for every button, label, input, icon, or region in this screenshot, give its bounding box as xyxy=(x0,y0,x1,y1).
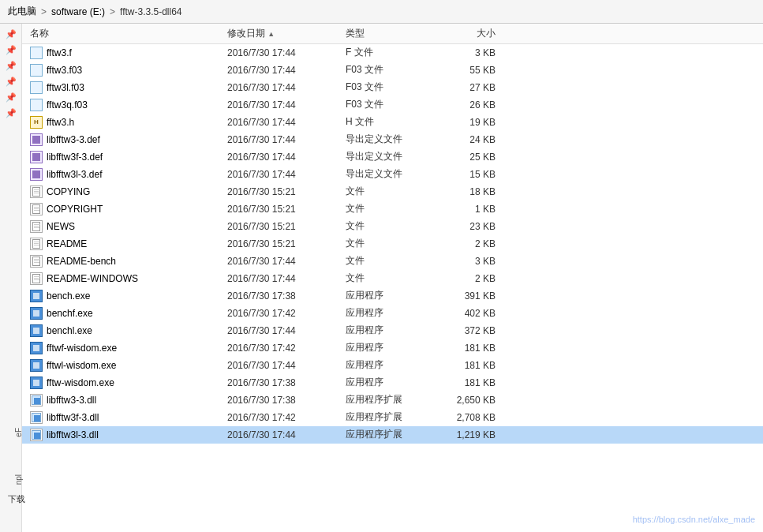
file-date-cell: 2016/7/30 17:44 xyxy=(227,82,346,93)
file-size-cell: 2 KB xyxy=(440,273,503,284)
table-row[interactable]: COPYRIGHT 2016/7/30 15:21 文件 1 KB xyxy=(22,200,763,218)
file-type-cell: 导出定义文件 xyxy=(346,133,440,146)
file-type-cell: 应用程序 xyxy=(346,358,440,372)
address-part-0[interactable]: 此电脑 xyxy=(8,5,36,18)
file-name-text: benchl.exe xyxy=(47,325,92,336)
file-size-cell: 2,650 KB xyxy=(440,395,503,406)
pin-icon-5[interactable]: 📌 xyxy=(4,90,18,104)
table-row[interactable]: libfftw3l-3.dll 2016/7/30 17:44 应用程序扩展 1… xyxy=(22,426,763,444)
pin-icon-2[interactable]: 📌 xyxy=(4,43,18,57)
file-name-text: libfftw3l-3.def xyxy=(47,169,102,180)
file-size-cell: 25 KB xyxy=(440,152,503,163)
file-size-cell: 19 KB xyxy=(440,117,503,128)
table-row[interactable]: fftw3.f 2016/7/30 17:44 F 文件 3 KB xyxy=(22,44,763,62)
address-part-1[interactable]: software (E:) xyxy=(51,6,105,17)
file-name-cell: benchf.exe xyxy=(22,307,227,320)
table-row[interactable]: fftwf-wisdom.exe 2016/7/30 17:42 应用程序 18… xyxy=(22,339,763,357)
file-date-cell: 2016/7/30 17:44 xyxy=(227,65,346,76)
col-header-size[interactable]: 大小 xyxy=(440,27,503,40)
file-size-cell: 391 KB xyxy=(440,290,503,302)
file-name-text: fftw3l.f03 xyxy=(47,82,84,93)
file-date-cell: 2016/7/30 17:44 xyxy=(227,360,346,371)
file-size-cell: 181 KB xyxy=(440,360,503,371)
file-name-cell: fftw3.f xyxy=(22,47,227,59)
file-name-cell: README xyxy=(22,238,227,250)
pin-icon-1[interactable]: 📌 xyxy=(4,27,18,41)
sidebar: 📌 📌 📌 📌 📌 📌 eF npl xyxy=(0,24,22,532)
file-name-cell: COPYRIGHT xyxy=(22,203,227,215)
table-row[interactable]: fftw3.f03 2016/7/30 17:44 F03 文件 55 KB xyxy=(22,62,763,79)
file-rows-container: fftw3.f 2016/7/30 17:44 F 文件 3 KB fftw3.… xyxy=(22,44,763,444)
table-row[interactable]: H fftw3.h 2016/7/30 17:44 H 文件 19 KB xyxy=(22,114,763,131)
file-name-cell: fftw3.f03 xyxy=(22,64,227,77)
file-size-cell: 26 KB xyxy=(440,99,503,111)
file-size-cell: 2,708 KB xyxy=(440,412,503,423)
file-type-cell: 应用程序 xyxy=(346,289,440,302)
file-icon-f xyxy=(30,47,43,59)
file-icon-exe xyxy=(30,359,43,372)
file-date-cell: 2016/7/30 17:44 xyxy=(227,256,346,267)
table-row[interactable]: README-bench 2016/7/30 17:44 文件 3 KB xyxy=(22,253,763,270)
file-icon-txt xyxy=(30,203,43,215)
file-size-cell: 24 KB xyxy=(440,134,503,145)
table-row[interactable]: libfftw3-3.dll 2016/7/30 17:38 应用程序扩展 2,… xyxy=(22,392,763,409)
file-date-cell: 2016/7/30 17:42 xyxy=(227,308,346,319)
file-type-cell: 应用程序 xyxy=(346,324,440,337)
file-icon-exe xyxy=(30,377,43,389)
file-name-cell: bench.exe xyxy=(22,290,227,302)
file-icon-f xyxy=(30,81,43,94)
file-name-text: libfftw3-3.def xyxy=(47,134,100,145)
file-size-cell: 18 KB xyxy=(440,186,503,197)
table-row[interactable]: libfftw3f-3.def 2016/7/30 17:44 导出定义文件 2… xyxy=(22,148,763,166)
file-icon-exe xyxy=(30,290,43,302)
table-row[interactable]: README 2016/7/30 15:21 文件 2 KB xyxy=(22,235,763,253)
col-header-name[interactable]: 名称 xyxy=(22,27,227,40)
table-row[interactable]: NEWS 2016/7/30 15:21 文件 23 KB xyxy=(22,218,763,235)
file-icon-txt xyxy=(30,238,43,250)
file-name-cell: libfftw3-3.dll xyxy=(22,394,227,406)
file-name-text: libfftw3-3.dll xyxy=(47,395,96,406)
file-type-cell: F03 文件 xyxy=(346,81,440,94)
table-row[interactable]: COPYING 2016/7/30 15:21 文件 18 KB xyxy=(22,183,763,200)
file-type-cell: 文件 xyxy=(346,272,440,285)
file-icon-def xyxy=(30,151,43,163)
table-row[interactable]: bench.exe 2016/7/30 17:38 应用程序 391 KB xyxy=(22,287,763,305)
file-name-text: benchf.exe xyxy=(47,308,93,319)
file-size-cell: 3 KB xyxy=(440,47,503,58)
file-size-cell: 372 KB xyxy=(440,325,503,336)
file-date-cell: 2016/7/30 15:21 xyxy=(227,238,346,249)
address-part-2[interactable]: fftw-3.3.5-dll64 xyxy=(120,6,182,17)
col-header-date[interactable]: 修改日期 ▲ xyxy=(227,27,346,40)
table-row[interactable]: fftw3l.f03 2016/7/30 17:44 F03 文件 27 KB xyxy=(22,79,763,96)
file-name-text: libfftw3f-3.def xyxy=(47,152,103,163)
table-row[interactable]: fftw3q.f03 2016/7/30 17:44 F03 文件 26 KB xyxy=(22,96,763,114)
sep-1: > xyxy=(110,6,115,17)
file-size-cell: 23 KB xyxy=(440,221,503,232)
table-row[interactable]: benchl.exe 2016/7/30 17:44 应用程序 372 KB xyxy=(22,322,763,339)
pin-icon-3[interactable]: 📌 xyxy=(4,58,18,73)
file-icon-def xyxy=(30,133,43,146)
table-row[interactable]: libfftw3l-3.def 2016/7/30 17:44 导出定义文件 1… xyxy=(22,166,763,183)
file-date-cell: 2016/7/30 17:42 xyxy=(227,343,346,354)
table-row[interactable]: libfftw3-3.def 2016/7/30 17:44 导出定义文件 24… xyxy=(22,131,763,148)
pin-icon-6[interactable]: 📌 xyxy=(4,106,18,120)
table-row[interactable]: benchf.exe 2016/7/30 17:42 应用程序 402 KB xyxy=(22,305,763,322)
file-name-cell: libfftw3f-3.def xyxy=(22,151,227,163)
file-type-cell: H 文件 xyxy=(346,115,440,129)
address-bar: 此电脑 > software (E:) > fftw-3.3.5-dll64 xyxy=(0,0,763,24)
pin-icon-4[interactable]: 📌 xyxy=(4,74,18,88)
file-type-cell: 文件 xyxy=(346,237,440,250)
table-row[interactable]: fftw-wisdom.exe 2016/7/30 17:38 应用程序 181… xyxy=(22,374,763,392)
table-row[interactable]: libfftw3f-3.dll 2016/7/30 17:42 应用程序扩展 2… xyxy=(22,409,763,426)
table-row[interactable]: fftwl-wisdom.exe 2016/7/30 17:44 应用程序 18… xyxy=(22,357,763,374)
file-name-cell: fftw-wisdom.exe xyxy=(22,377,227,389)
file-name-text: libfftw3l-3.dll xyxy=(47,429,99,440)
table-row[interactable]: README-WINDOWS 2016/7/30 17:44 文件 2 KB xyxy=(22,270,763,287)
file-list-area[interactable]: 名称 修改日期 ▲ 类型 大小 fftw3.f 2016/7/30 17:44 … xyxy=(22,24,763,532)
col-header-type[interactable]: 类型 xyxy=(346,27,440,40)
file-icon-def xyxy=(30,168,43,181)
file-name-cell: fftw3q.f03 xyxy=(22,99,227,111)
file-icon-txt xyxy=(30,220,43,233)
file-name-text: NEWS xyxy=(47,221,75,232)
file-date-cell: 2016/7/30 15:21 xyxy=(227,204,346,215)
